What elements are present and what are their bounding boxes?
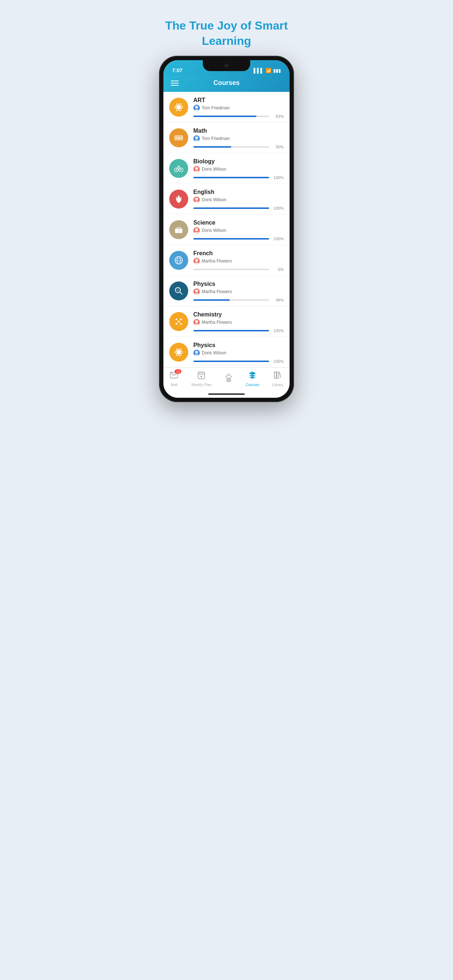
progress-bar-fill-art <box>193 116 257 117</box>
nav-item-mail[interactable]: 11 Mail <box>170 371 179 387</box>
course-content-math: Math Tom Friedman 50% <box>193 127 284 149</box>
progress-row-chemistry: 100% <box>193 328 284 333</box>
status-icons: ▌▌▌ 📶 ▮▮▮ <box>254 68 281 73</box>
svg-rect-7 <box>175 137 177 137</box>
signal-icon: ▌▌▌ <box>254 68 264 73</box>
phone-frame: 7:07 ▌▌▌ 📶 ▮▮▮ Courses <box>159 56 294 402</box>
svg-point-22 <box>195 197 198 200</box>
teacher-name-biology: Doris Wilson <box>202 167 226 172</box>
course-content-physics-martha: Physics Martha Flowers 48% <box>193 281 284 302</box>
hamburger-button[interactable] <box>171 81 179 86</box>
svg-point-42 <box>175 319 177 320</box>
nav-label-library: Library <box>272 383 283 387</box>
page-wrapper: The True Joy of Smart Learning 7:07 ▌▌▌ … <box>151 7 302 402</box>
course-name-english: English <box>193 189 284 196</box>
progress-bar-bg-chemistry <box>193 330 269 331</box>
nav-item-home[interactable] <box>224 373 233 384</box>
notch-area: 7:07 ▌▌▌ 📶 ▮▮▮ Courses <box>163 60 290 92</box>
progress-bar-bg-biology <box>193 177 269 178</box>
svg-point-45 <box>180 323 182 325</box>
course-name-biology: Biology <box>193 158 284 165</box>
progress-bar-fill-math <box>193 146 231 148</box>
headline: The True Joy of Smart Learning <box>158 7 295 56</box>
course-item-math[interactable]: Math Tom Friedman 50% <box>163 123 290 153</box>
course-name-science: Science <box>193 220 284 226</box>
nav-icon-mail: 11 <box>170 371 179 382</box>
course-content-french: French Martha Flowers 0% <box>193 250 284 272</box>
nav-item-library[interactable]: Library <box>272 371 283 387</box>
course-teacher-physics-martha: Martha Flowers <box>193 288 284 295</box>
progress-pct-french: 0% <box>272 267 284 272</box>
course-item-physics-martha[interactable]: Physics Martha Flowers 48% <box>163 275 290 306</box>
course-item-french[interactable]: French Martha Flowers 0% <box>163 245 290 275</box>
progress-row-math: 50% <box>193 145 284 149</box>
course-item-english[interactable]: English Doris Wilson 100% <box>163 184 290 215</box>
header-title: Courses <box>214 79 239 87</box>
svg-point-5 <box>195 110 199 111</box>
home-indicator <box>163 391 290 398</box>
svg-point-21 <box>195 170 199 172</box>
svg-rect-6 <box>175 135 183 140</box>
teacher-name-english: Doris Wilson <box>202 197 226 202</box>
svg-point-14 <box>195 136 198 139</box>
course-content-physics-doris: Physics Doris Wilson 100% <box>193 342 284 363</box>
progress-bar-fill-physics-doris <box>193 361 269 362</box>
nav-item-courses[interactable]: Courses <box>246 371 259 387</box>
teacher-name-physics-martha: Martha Flowers <box>202 289 232 294</box>
progress-bar-fill-biology <box>193 177 269 178</box>
svg-point-35 <box>195 262 199 264</box>
courses-list[interactable]: ART Tom Friedman 83% Math <box>163 92 290 368</box>
svg-point-23 <box>195 201 199 203</box>
nav-label-weekly-plan: Weekly Plan <box>191 383 211 387</box>
svg-point-34 <box>195 259 198 262</box>
progress-row-french: 0% <box>193 267 284 272</box>
svg-point-20 <box>195 167 198 170</box>
course-item-science[interactable]: Science Doris Wilson 100% <box>163 215 290 245</box>
course-content-english: English Doris Wilson 100% <box>193 189 284 210</box>
course-icon-art <box>169 98 188 117</box>
progress-bar-fill-science <box>193 238 269 240</box>
svg-line-49 <box>179 323 180 323</box>
course-teacher-english: Doris Wilson <box>193 197 284 203</box>
course-icon-science <box>169 220 188 239</box>
course-name-physics-doris: Physics <box>193 342 284 348</box>
svg-point-0 <box>178 106 180 108</box>
course-icon-biology <box>169 159 188 178</box>
svg-line-48 <box>177 323 178 323</box>
nav-item-weekly-plan[interactable]: Weekly Plan <box>191 371 211 387</box>
battery-icon: ▮▮▮ <box>273 68 281 73</box>
course-name-chemistry: Chemistry <box>193 311 284 318</box>
teacher-name-chemistry: Martha Flowers <box>202 320 232 325</box>
course-content-science: Science Doris Wilson 100% <box>193 220 284 241</box>
teacher-name-french: Martha Flowers <box>202 258 232 264</box>
course-teacher-art: Tom Friedman <box>193 105 284 111</box>
course-icon-physics-martha <box>169 282 188 301</box>
svg-rect-9 <box>179 137 180 137</box>
headline-highlight: Smart <box>255 19 288 32</box>
nav-icon-courses <box>248 371 257 382</box>
progress-pct-art: 83% <box>272 114 284 118</box>
progress-bar-bg-math <box>193 146 269 148</box>
svg-point-43 <box>180 319 182 320</box>
svg-rect-64 <box>227 378 231 381</box>
course-item-biology[interactable]: Biology Doris Wilson 100% <box>163 153 290 184</box>
course-name-art: ART <box>193 97 284 103</box>
course-item-chemistry[interactable]: Chemistry Martha Flowers 100% <box>163 306 290 337</box>
camera <box>225 64 228 67</box>
nav-badge-mail: 11 <box>175 369 181 374</box>
svg-rect-13 <box>180 138 182 139</box>
progress-bar-fill-chemistry <box>193 330 269 331</box>
course-icon-chemistry <box>169 312 188 331</box>
svg-point-38 <box>177 289 179 292</box>
bottom-nav: 11 Mail Weekly Plan Courses Library <box>163 368 290 391</box>
svg-line-46 <box>177 320 178 321</box>
course-icon-french <box>169 251 188 270</box>
course-name-french: French <box>193 250 284 257</box>
home-bar <box>208 393 245 395</box>
teacher-name-art: Tom Friedman <box>202 105 230 110</box>
course-item-art[interactable]: ART Tom Friedman 83% <box>163 92 290 123</box>
svg-rect-10 <box>180 137 182 137</box>
course-item-physics-doris[interactable]: Physics Doris Wilson 100% <box>163 337 290 368</box>
svg-point-51 <box>195 324 199 326</box>
progress-bar-bg-art <box>193 116 269 117</box>
